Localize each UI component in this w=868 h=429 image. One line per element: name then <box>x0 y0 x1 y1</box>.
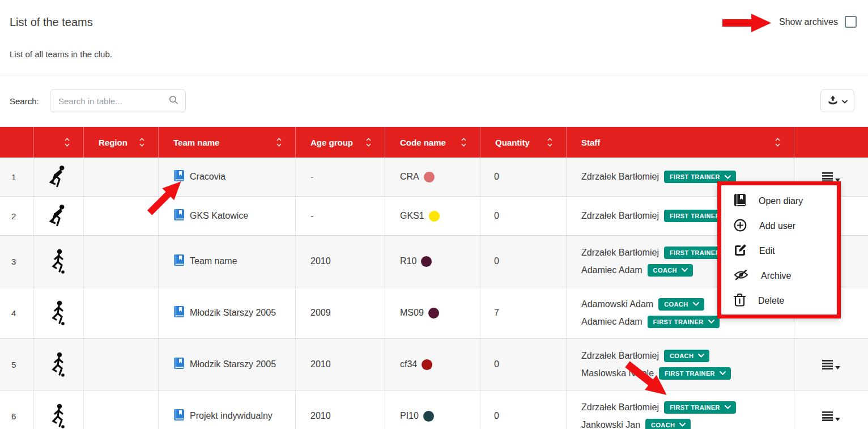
row-index: 3 <box>0 236 34 287</box>
diary-book-icon[interactable] <box>173 357 185 372</box>
staff-role-badge[interactable]: COACH <box>658 298 704 311</box>
menu-item-delete[interactable]: Delete <box>721 288 837 313</box>
col-header-actions <box>794 127 868 158</box>
age-group-cell: - <box>296 158 385 196</box>
col-header-region[interactable]: Region <box>84 127 159 158</box>
col-header-quantity[interactable]: Quantity <box>480 127 567 158</box>
team-color-dot <box>421 256 432 267</box>
staff-name: Adamowski Adam <box>581 299 653 309</box>
diary-book-icon[interactable] <box>173 305 185 320</box>
staff-role-badge[interactable]: FIRST TRAINER <box>648 316 720 328</box>
row-menu-button[interactable] <box>822 411 840 421</box>
row-menu-button[interactable] <box>822 359 840 369</box>
staff-role-badge[interactable]: COACH <box>664 350 709 362</box>
export-icon <box>827 95 839 108</box>
sort-icon[interactable] <box>774 138 781 147</box>
diary-book-icon[interactable] <box>173 209 185 223</box>
show-archives-checkbox[interactable] <box>845 16 857 28</box>
caret-down-icon <box>835 366 840 369</box>
diary-book-icon[interactable] <box>173 169 185 184</box>
row-menu-button[interactable] <box>822 172 840 182</box>
sort-icon[interactable] <box>460 138 467 147</box>
diary-book-icon[interactable] <box>173 409 185 423</box>
chevron-down-icon <box>708 320 714 324</box>
hockey-player-icon <box>34 197 84 235</box>
teams-list-page: List of the teams List of all teams in t… <box>0 0 868 429</box>
col-header-index <box>0 127 34 158</box>
code-name-cell: R10 <box>385 236 480 287</box>
chevron-down-icon <box>679 423 686 427</box>
col-header-team-name[interactable]: Team name <box>159 127 296 158</box>
staff-cell: Zdrzałek Bartłomiej COACH Maslowska Nico… <box>567 339 794 390</box>
search-input[interactable] <box>58 96 169 106</box>
region-cell <box>84 158 159 196</box>
region-cell <box>84 390 159 429</box>
team-name-cell[interactable]: Projekt indywidualny <box>159 390 296 429</box>
team-color-dot <box>424 172 435 182</box>
menu-item-open-diary[interactable]: Open diary <box>721 189 837 214</box>
page-title: List of the teams <box>10 16 93 29</box>
staff-name: Zdrzałek Bartłomiej <box>581 172 659 182</box>
row-index: 1 <box>0 158 34 196</box>
team-name[interactable]: Młodzik Starszy 2005 <box>190 359 276 369</box>
staff-name: Jankowski Jan <box>581 420 640 429</box>
region-cell <box>84 236 159 287</box>
caret-down-icon <box>835 418 840 421</box>
show-archives-label: Show archives <box>779 17 838 27</box>
team-color-dot <box>429 211 440 222</box>
team-name[interactable]: Młodzik Starszy 2005 <box>190 308 276 318</box>
team-name[interactable]: Projekt indywidualny <box>190 411 273 421</box>
sort-icon[interactable] <box>546 138 554 147</box>
team-name-cell[interactable]: Cracovia <box>159 158 296 196</box>
team-color-dot <box>422 359 432 370</box>
staff-role-badge[interactable]: COACH <box>648 264 693 277</box>
col-header-sport[interactable] <box>34 127 84 158</box>
team-name[interactable]: Cracovia <box>190 172 225 182</box>
menu-item-add-user[interactable]: Add user <box>721 214 837 239</box>
sort-icon[interactable] <box>275 138 283 147</box>
quantity-cell: 0 <box>480 158 567 196</box>
sort-icon[interactable] <box>365 138 372 147</box>
staff-name: Maslowska Nicole <box>581 368 654 379</box>
chevron-down-icon <box>725 405 731 409</box>
quantity-cell: 0 <box>480 236 567 287</box>
trash-icon <box>734 293 746 309</box>
age-group-cell: 2010 <box>296 236 385 287</box>
diary-book-icon[interactable] <box>173 254 185 269</box>
col-header-age-group[interactable]: Age group <box>296 127 385 158</box>
team-name-cell[interactable]: GKS Katowice <box>159 197 296 235</box>
table-row: 5 Młodzik Starszy 2005 2010 cf34 0 Z <box>0 339 868 390</box>
team-name[interactable]: GKS Katowice <box>190 211 248 221</box>
col-header-code-name[interactable]: Code name <box>385 127 480 158</box>
team-name-cell[interactable]: Team name <box>159 236 296 287</box>
search-icon <box>169 95 178 107</box>
show-archives-control: Show archives <box>779 16 857 28</box>
staff-name: Zdrzałek Bartłomiej <box>581 402 659 413</box>
age-group-cell: 2010 <box>296 390 385 429</box>
quantity-cell: 0 <box>480 390 567 429</box>
team-color-dot <box>423 411 434 422</box>
row-index: 5 <box>0 339 34 390</box>
search-label: Search: <box>10 96 39 106</box>
sort-icon[interactable] <box>63 138 71 147</box>
table-row: 6 Projekt indywidualny 2010 PI10 0 Z <box>0 390 868 429</box>
col-header-staff[interactable]: Staff <box>567 127 794 158</box>
staff-role-badge[interactable]: FIRST TRAINER <box>664 401 736 414</box>
export-button[interactable] <box>820 90 854 112</box>
search-box <box>50 90 186 112</box>
team-name-cell[interactable]: Młodzik Starszy 2005 <box>159 339 296 390</box>
header-divider <box>0 74 868 74</box>
staff-name: Zdrzałek Bartłomiej <box>581 211 659 221</box>
sort-icon[interactable] <box>138 138 146 147</box>
team-name[interactable]: Team name <box>190 256 237 266</box>
menu-item-archive[interactable]: Archive <box>721 264 837 288</box>
hockey-player-icon <box>34 158 84 196</box>
football-player-icon <box>34 287 84 338</box>
page-subtitle: List of all teams in the club. <box>10 49 112 59</box>
chevron-down-icon <box>725 175 731 179</box>
staff-role-badge[interactable]: FIRST TRAINER <box>659 367 731 380</box>
staff-role-badge[interactable]: COACH <box>645 419 691 429</box>
region-cell <box>84 287 159 338</box>
team-name-cell[interactable]: Młodzik Starszy 2005 <box>159 287 296 338</box>
menu-item-edit[interactable]: Edit <box>721 239 837 264</box>
